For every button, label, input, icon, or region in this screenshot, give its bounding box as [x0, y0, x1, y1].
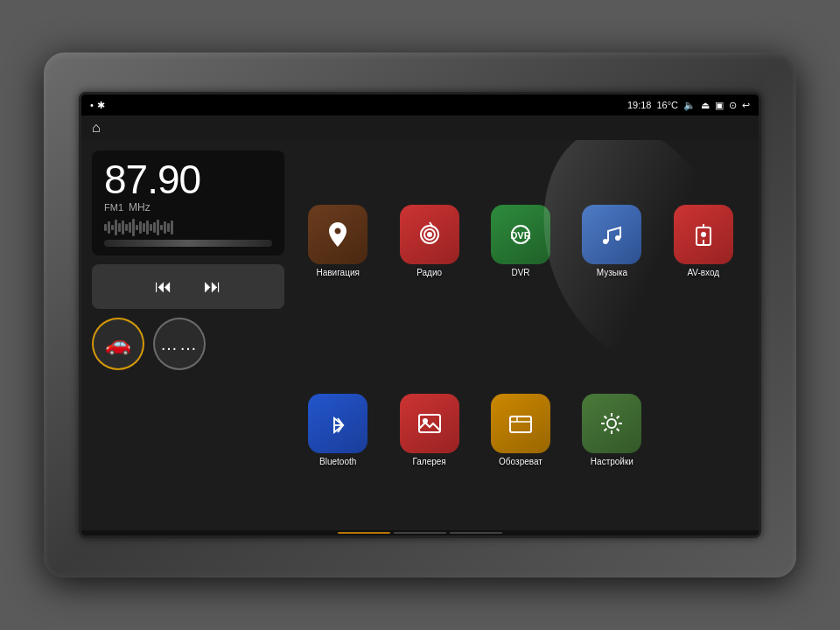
app-nav[interactable]: Навигация: [297, 150, 379, 331]
dvr-label: DVR: [511, 268, 529, 277]
hdmi-icon: ⊙: [729, 100, 737, 111]
eject-icon: ⏏: [701, 100, 710, 111]
dots-icon: ……: [160, 334, 199, 354]
bluetooth-icon: [308, 394, 368, 453]
svg-point-6: [603, 239, 608, 244]
settings-label: Настройки: [591, 457, 634, 466]
car-frame: • ✱ 19:18 16°C 🔈 ⏏ ▣ ⊙ ↩ ⌂ 87.90: [44, 52, 796, 578]
back-icon: ↩: [742, 100, 750, 111]
radio-display: 87.90 FM1 MHz: [92, 150, 284, 256]
svg-rect-14: [510, 416, 531, 432]
controls-panel: ⏮ ⏭: [92, 264, 284, 309]
home-bar[interactable]: ⌂: [81, 116, 759, 140]
svg-rect-12: [419, 415, 440, 432]
next-button[interactable]: ⏭: [197, 273, 228, 300]
gallery-label: Галерея: [412, 457, 445, 466]
app-music[interactable]: Музыка: [570, 150, 653, 331]
music-label: Музыка: [597, 268, 627, 277]
location-icon: •: [90, 100, 94, 110]
status-bar: • ✱ 19:18 16°C 🔈 ⏏ ▣ ⊙ ↩: [81, 94, 759, 116]
temperature: 16°C: [656, 100, 678, 110]
bluetooth-status-icon: ✱: [97, 100, 105, 111]
page-indicator-active: [338, 532, 390, 534]
page-indicator-2: [394, 532, 446, 534]
av-icon: [674, 205, 733, 264]
frequency: 87.90: [104, 159, 272, 200]
left-panel: 87.90 FM1 MHz: [92, 150, 284, 520]
app-browser[interactable]: Обозреват: [480, 340, 562, 520]
clock: 19:18: [627, 100, 652, 110]
bluetooth-label: Bluetooth: [319, 457, 356, 466]
nav-icon: [308, 205, 368, 264]
screen-bezel: • ✱ 19:18 16°C 🔈 ⏏ ▣ ⊙ ↩ ⌂ 87.90: [79, 92, 761, 538]
app-bluetooth[interactable]: Bluetooth: [297, 340, 379, 520]
svg-point-2: [427, 232, 432, 237]
radio-label: Радио: [416, 268, 442, 277]
home-icon[interactable]: ⌂: [92, 120, 101, 136]
app-dvr[interactable]: DVR DVR: [480, 150, 562, 331]
car-button[interactable]: 🚗: [92, 318, 144, 370]
music-icon: [582, 205, 641, 264]
scale-bar: [104, 240, 272, 247]
screen-icon: ▣: [715, 100, 724, 111]
app-settings[interactable]: Настройки: [570, 340, 653, 520]
volume-icon: 🔈: [683, 100, 696, 111]
unit: MHz: [129, 201, 150, 214]
nav-label: Навигация: [316, 268, 359, 277]
svg-point-7: [615, 235, 620, 241]
car-icon: 🚗: [105, 332, 131, 356]
svg-text:DVR: DVR: [510, 230, 530, 241]
app-av[interactable]: AV-вход: [662, 150, 745, 331]
svg-point-17: [607, 419, 616, 428]
main-content: 87.90 FM1 MHz: [81, 140, 759, 530]
svg-point-10: [701, 232, 706, 237]
bottom-buttons: 🚗 ……: [92, 318, 284, 370]
av-label: AV-вход: [687, 268, 719, 277]
settings-icon: [582, 394, 641, 453]
apps-button[interactable]: ……: [153, 318, 206, 370]
radio-icon: [400, 205, 459, 264]
app-radio[interactable]: Радио: [388, 150, 470, 331]
page-indicator-3: [450, 532, 502, 534]
waveform: [104, 219, 272, 236]
prev-button[interactable]: ⏮: [148, 273, 179, 300]
browser-icon: [491, 394, 550, 453]
apps-grid: Навигация Радио DVR DVR: [293, 150, 748, 520]
bottom-bar: [81, 530, 759, 536]
app-gallery[interactable]: Галерея: [388, 340, 470, 520]
dvr-icon: DVR: [491, 205, 550, 264]
browser-label: Обозреват: [499, 457, 542, 466]
gallery-icon: [400, 394, 459, 453]
band: FM1: [104, 202, 123, 213]
